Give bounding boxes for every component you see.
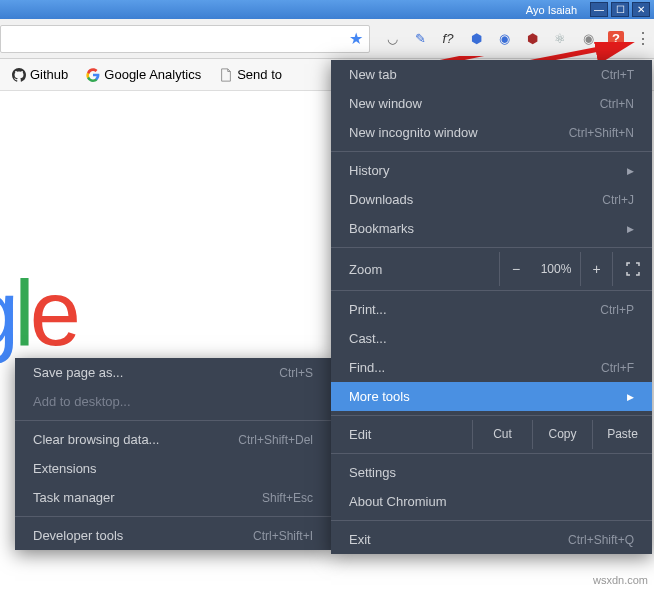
chrome-menu-button[interactable]: ⋮ <box>632 29 654 48</box>
submenu-save-page[interactable]: Save page as... Ctrl+S <box>15 358 331 387</box>
menu-exit[interactable]: Exit Ctrl+Shift+Q <box>331 525 652 554</box>
zoom-out-button[interactable]: − <box>500 252 532 286</box>
fullscreen-icon <box>626 262 640 276</box>
bookmark-star-icon[interactable]: ★ <box>349 29 363 48</box>
menu-bookmarks[interactable]: Bookmarks ▶ <box>331 214 652 243</box>
menu-label: Add to desktop... <box>33 394 131 409</box>
logo-e: e <box>30 262 76 364</box>
menu-label: Cast... <box>349 331 387 346</box>
menu-new-tab[interactable]: New tab Ctrl+T <box>331 60 652 89</box>
copy-button[interactable]: Copy <box>532 420 592 449</box>
menu-separator <box>331 247 652 248</box>
zoom-value: 100% <box>532 262 580 276</box>
titlebar: Ayo Isaiah — ☐ ✕ <box>0 0 654 19</box>
menu-shortcut: Ctrl+T <box>601 68 634 82</box>
menu-label: Developer tools <box>33 528 123 543</box>
menu-label: History <box>349 163 389 178</box>
window-maximize-button[interactable]: ☐ <box>611 2 629 17</box>
menu-label: More tools <box>349 389 410 404</box>
browser-toolbar: ★ ◡ ✎ f? ⬢ ◉ ⬢ ⚛ ◉ ? ⋮ <box>0 19 654 59</box>
menu-separator <box>15 516 331 517</box>
ublock-icon[interactable]: ⬢ <box>524 31 540 47</box>
shield-icon[interactable]: ⬢ <box>468 31 484 47</box>
menu-label: Find... <box>349 360 385 375</box>
menu-about[interactable]: About Chromium <box>331 487 652 516</box>
github-icon <box>12 68 26 82</box>
menu-cast[interactable]: Cast... <box>331 324 652 353</box>
menu-label: Settings <box>349 465 396 480</box>
chevron-right-icon: ▶ <box>627 166 634 176</box>
paste-button[interactable]: Paste <box>592 420 652 449</box>
menu-shortcut: Ctrl+Shift+N <box>569 126 634 140</box>
menu-edit-row: Edit Cut Copy Paste <box>331 420 652 449</box>
submenu-developer-tools[interactable]: Developer tools Ctrl+Shift+I <box>15 521 331 550</box>
menu-shortcut: Shift+Esc <box>262 491 313 505</box>
menu-new-incognito[interactable]: New incognito window Ctrl+Shift+N <box>331 118 652 147</box>
menu-shortcut: Ctrl+Shift+Del <box>238 433 313 447</box>
logo-l: l <box>14 262 29 364</box>
menu-label: Save page as... <box>33 365 123 380</box>
menu-separator <box>331 520 652 521</box>
menu-shortcut: Ctrl+Shift+Q <box>568 533 634 547</box>
colorpicker-icon[interactable]: ✎ <box>412 31 428 47</box>
menu-label: Downloads <box>349 192 413 207</box>
submenu-task-manager[interactable]: Task manager Shift+Esc <box>15 483 331 512</box>
react-icon[interactable]: ⚛ <box>552 31 568 47</box>
zoom-in-button[interactable]: + <box>580 252 612 286</box>
menu-separator <box>15 420 331 421</box>
menu-shortcut: Ctrl+Shift+I <box>253 529 313 543</box>
menu-more-tools[interactable]: More tools ▶ <box>331 382 652 411</box>
bookmark-label: Send to <box>237 67 282 82</box>
menu-new-window[interactable]: New window Ctrl+N <box>331 89 652 118</box>
menu-separator <box>331 151 652 152</box>
google-logo: gle <box>0 261 76 366</box>
logo-g: g <box>0 262 14 364</box>
google-icon <box>86 68 100 82</box>
bookmark-label: Github <box>30 67 68 82</box>
window-close-button[interactable]: ✕ <box>632 2 650 17</box>
menu-history[interactable]: History ▶ <box>331 156 652 185</box>
menu-label: Edit <box>331 420 472 449</box>
eye-icon[interactable]: ◉ <box>580 31 596 47</box>
menu-shortcut: Ctrl+S <box>279 366 313 380</box>
menu-separator <box>331 453 652 454</box>
more-tools-submenu: Save page as... Ctrl+S Add to desktop...… <box>15 358 331 550</box>
chrome-main-menu: New tab Ctrl+T New window Ctrl+N New inc… <box>331 60 652 554</box>
pocket-icon[interactable]: ◡ <box>384 31 400 47</box>
menu-separator <box>331 290 652 291</box>
bookmark-label: Google Analytics <box>104 67 201 82</box>
menu-label: Extensions <box>33 461 97 476</box>
question-icon[interactable]: ? <box>608 31 624 47</box>
menu-label: About Chromium <box>349 494 447 509</box>
chevron-right-icon: ▶ <box>627 392 634 402</box>
menu-downloads[interactable]: Downloads Ctrl+J <box>331 185 652 214</box>
menu-label: New tab <box>349 67 397 82</box>
menu-find[interactable]: Find... Ctrl+F <box>331 353 652 382</box>
menu-label: New incognito window <box>349 125 478 140</box>
menu-print[interactable]: Print... Ctrl+P <box>331 295 652 324</box>
window-user: Ayo Isaiah <box>526 4 577 16</box>
submenu-clear-browsing-data[interactable]: Clear browsing data... Ctrl+Shift+Del <box>15 425 331 454</box>
bookmark-github[interactable]: Github <box>6 63 74 86</box>
menu-settings[interactable]: Settings <box>331 458 652 487</box>
menu-label: Clear browsing data... <box>33 432 159 447</box>
onetab-icon[interactable]: ◉ <box>496 31 512 47</box>
menu-label: Task manager <box>33 490 115 505</box>
fontface-icon[interactable]: f? <box>440 31 456 47</box>
menu-label: New window <box>349 96 422 111</box>
window-minimize-button[interactable]: — <box>590 2 608 17</box>
menu-label: Print... <box>349 302 387 317</box>
menu-shortcut: Ctrl+P <box>600 303 634 317</box>
bookmark-sendto[interactable]: Send to <box>213 63 288 86</box>
page-icon <box>219 68 233 82</box>
submenu-add-to-desktop: Add to desktop... <box>15 387 331 416</box>
submenu-extensions[interactable]: Extensions <box>15 454 331 483</box>
address-bar[interactable]: ★ <box>0 25 370 53</box>
menu-label: Exit <box>349 532 371 547</box>
bookmark-google-analytics[interactable]: Google Analytics <box>80 63 207 86</box>
cut-button[interactable]: Cut <box>472 420 532 449</box>
menu-label: Bookmarks <box>349 221 414 236</box>
fullscreen-button[interactable] <box>612 252 652 286</box>
menu-label: Zoom <box>331 255 499 284</box>
menu-shortcut: Ctrl+F <box>601 361 634 375</box>
